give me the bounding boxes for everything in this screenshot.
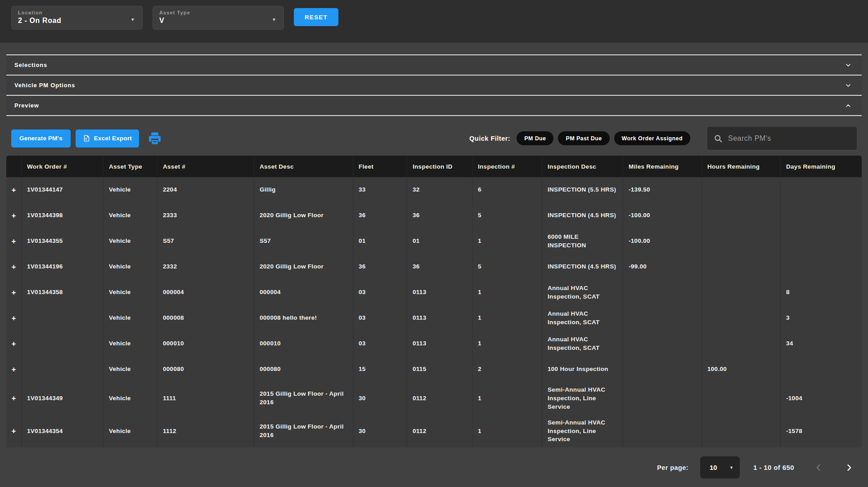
cell-work-order: 1V01344358 — [22, 280, 103, 305]
cell-inspection-desc: 6000 MILE INSPECTION — [542, 228, 623, 254]
cell-asset-desc: S57 — [254, 228, 353, 254]
cell-asset-type: Vehicle — [103, 280, 157, 305]
cell-inspection-id: 36 — [407, 203, 472, 228]
row-expand-button[interactable]: + — [6, 357, 22, 382]
row-expand-button[interactable]: + — [6, 382, 22, 415]
table-row: +Vehicle000008000008 hello there!0301131… — [6, 305, 862, 331]
header-work-order[interactable]: Work Order # — [22, 156, 103, 177]
row-expand-button[interactable]: + — [6, 280, 22, 305]
cell-inspection-id: 0113 — [407, 331, 472, 357]
header-fleet[interactable]: Fleet — [353, 156, 407, 177]
cell-work-order: 1V01344349 — [22, 382, 103, 415]
top-filter-bar: Location 2 - On Road ▼ Asset Type V ▼ RE… — [0, 0, 868, 43]
table-row: +1V01344358Vehicle0000040000040301131Ann… — [6, 280, 862, 305]
cell-asset-type: Vehicle — [103, 357, 157, 382]
chevron-down-icon — [845, 82, 852, 89]
row-expand-button[interactable]: + — [6, 331, 22, 357]
section-vehicle-pm-options-title: Vehicle PM Options — [14, 82, 75, 89]
cell-work-order: 1V01344354 — [22, 415, 103, 448]
cell-asset: 000080 — [157, 357, 254, 382]
cell-hours-remaining — [702, 305, 781, 331]
cell-inspection-id: 0113 — [407, 280, 472, 305]
row-expand-button[interactable]: + — [6, 415, 22, 448]
cell-asset: 000004 — [157, 280, 254, 305]
header-inspection-id[interactable]: Inspection ID — [407, 156, 472, 177]
dropdown-caret-icon: ▼ — [729, 465, 733, 470]
header-miles-remaining[interactable]: Miles Remaining — [623, 156, 702, 177]
table-row: +Vehicle0000100000100301131Annual HVAC I… — [6, 331, 862, 357]
cell-asset-type: Vehicle — [103, 305, 157, 331]
cell-work-order — [22, 305, 103, 331]
cell-hours-remaining — [702, 177, 781, 203]
section-vehicle-pm-options[interactable]: Vehicle PM Options — [6, 76, 862, 96]
cell-asset-desc: 000010 — [254, 331, 353, 357]
prev-page-button[interactable] — [812, 461, 825, 474]
row-expand-button[interactable]: + — [6, 305, 22, 331]
next-page-button[interactable] — [843, 461, 855, 474]
chip-pm-past-due[interactable]: PM Past Due — [558, 131, 609, 145]
header-asset-desc[interactable]: Asset Desc — [254, 156, 353, 177]
per-page-value: 10 — [710, 464, 717, 471]
location-select[interactable]: Location 2 - On Road ▼ — [11, 6, 143, 30]
cell-days-remaining — [781, 228, 862, 254]
dropdown-caret-icon: ▼ — [272, 17, 276, 22]
cell-fleet: 03 — [353, 305, 407, 331]
cell-asset: 000008 — [157, 305, 254, 331]
section-selections[interactable]: Selections — [6, 55, 862, 76]
row-expand-button[interactable]: + — [6, 203, 22, 228]
generate-pms-button[interactable]: Generate PM's — [11, 130, 71, 147]
cell-miles-remaining — [623, 331, 702, 357]
cell-inspection-desc: Semi-Annual HVAC Inspection, Line Servic… — [542, 415, 623, 448]
cell-asset-type: Vehicle — [103, 331, 157, 357]
cell-asset-desc: 000004 — [254, 280, 353, 305]
cell-fleet: 36 — [353, 203, 407, 228]
chevron-up-icon — [845, 102, 852, 109]
chip-pm-due[interactable]: PM Due — [517, 131, 553, 145]
section-preview-title: Preview — [14, 102, 39, 109]
cell-inspection: 1 — [472, 305, 542, 331]
asset-type-select[interactable]: Asset Type V ▼ — [153, 6, 284, 30]
cell-asset: S57 — [157, 228, 254, 254]
table-row: +1V01344196Vehicle23322020 Gillig Low Fl… — [6, 254, 862, 280]
cell-miles-remaining: -100.00 — [623, 228, 702, 254]
cell-asset: 2204 — [157, 177, 254, 203]
cell-fleet: 33 — [353, 177, 407, 203]
excel-export-button[interactable]: x Excel Export — [76, 130, 139, 147]
cell-inspection: 2 — [472, 357, 542, 382]
reset-button[interactable]: RESET — [294, 8, 338, 26]
cell-work-order: 1V01344147 — [22, 177, 103, 203]
cell-inspection: 6 — [472, 177, 542, 203]
row-expand-button[interactable]: + — [6, 228, 22, 254]
printer-icon — [147, 131, 162, 145]
header-days-remaining[interactable]: Days Remaining — [781, 156, 862, 177]
chevron-right-icon — [845, 463, 854, 472]
search-input[interactable] — [728, 134, 850, 143]
header-asset-num[interactable]: Asset # — [157, 156, 254, 177]
header-inspection-num[interactable]: Inspection # — [472, 156, 542, 177]
header-inspection-desc[interactable]: Inspection Desc — [542, 156, 623, 177]
cell-inspection: 5 — [472, 254, 542, 280]
cell-asset: 2332 — [157, 254, 254, 280]
chevron-down-icon — [845, 62, 852, 69]
chip-work-order-assigned[interactable]: Work Order Assigned — [614, 131, 690, 145]
cell-asset-desc: 2015 Gillig Low Floor - April 2016 — [254, 415, 353, 448]
table-row: +1V01344354Vehicle11122015 Gillig Low Fl… — [6, 415, 862, 448]
section-preview[interactable]: Preview — [6, 96, 862, 116]
cell-hours-remaining — [702, 228, 781, 254]
row-expand-button[interactable]: + — [6, 254, 22, 280]
header-asset-type[interactable]: Asset Type — [103, 156, 157, 177]
print-button[interactable] — [147, 131, 162, 145]
per-page-select[interactable]: 10 ▼ — [700, 456, 740, 478]
cell-inspection: 1 — [472, 331, 542, 357]
quick-filter-group: Quick Filter: PM Due PM Past Due Work Or… — [469, 127, 857, 150]
cell-work-order: 1V01344196 — [22, 254, 103, 280]
cell-inspection-desc: INSPECTION (5.5 HRS) — [542, 177, 623, 203]
cell-inspection-id: 0113 — [407, 305, 472, 331]
header-hours-remaining[interactable]: Hours Remaining — [702, 156, 781, 177]
location-select-value: 2 - On Road — [18, 17, 136, 25]
cell-asset-desc: 2020 Gillig Low Floor — [254, 254, 353, 280]
cell-work-order: 1V01344355 — [22, 228, 103, 254]
cell-fleet: 01 — [353, 228, 407, 254]
row-expand-button[interactable]: + — [6, 177, 22, 203]
cell-asset: 1112 — [157, 415, 254, 448]
